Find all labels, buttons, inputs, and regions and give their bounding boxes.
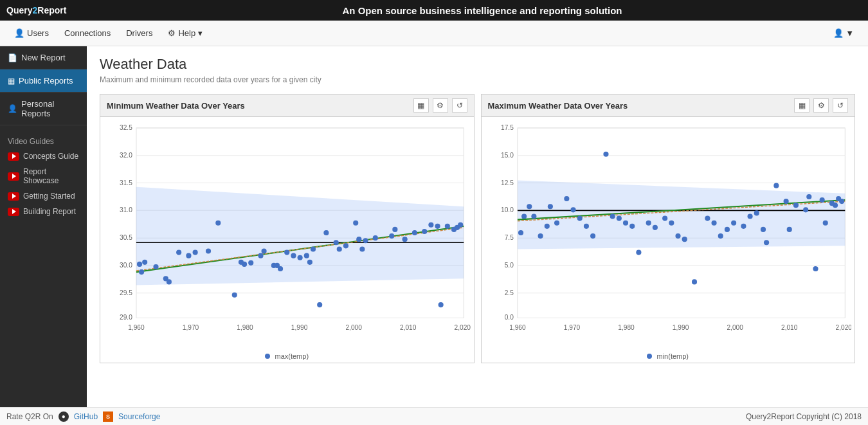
file-icon: 📄: [8, 53, 17, 62]
chart-bar-icon-right[interactable]: ▦: [794, 98, 809, 113]
svg-point-135: [741, 224, 746, 229]
top-header: Query2Report An Open source business int…: [0, 0, 868, 21]
chart-panel-left: Minimum Weather Data Over Years ▦ ⚙ ↺: [100, 94, 475, 363]
chart-controls-left: ▦ ⚙ ↺: [413, 98, 467, 113]
legend-dot-left: [265, 354, 270, 359]
svg-text:2,020: 2,020: [835, 324, 851, 331]
svg-point-44: [262, 248, 267, 253]
svg-text:5.0: 5.0: [504, 262, 513, 269]
svg-text:32.5: 32.5: [120, 124, 132, 131]
svg-text:10.0: 10.0: [501, 206, 514, 213]
svg-point-36: [193, 249, 198, 255]
nav-drivers[interactable]: Drivers: [118, 23, 160, 43]
svg-point-127: [675, 233, 680, 239]
svg-point-138: [760, 227, 765, 232]
logo-text: Query: [6, 5, 32, 15]
svg-point-118: [610, 213, 615, 219]
svg-point-128: [682, 237, 687, 242]
svg-point-55: [323, 230, 329, 235]
chart-title-right: Maximum Weather Data Over Years: [488, 101, 628, 111]
svg-point-62: [363, 238, 368, 243]
svg-point-150: [832, 203, 837, 208]
svg-point-61: [359, 246, 365, 251]
svg-point-30: [142, 260, 147, 265]
svg-text:1,960: 1,960: [509, 324, 526, 331]
sidebar-item-building-report[interactable]: Building Report: [0, 204, 87, 219]
app-tagline: An Open source business intelligence and…: [103, 5, 862, 16]
youtube-icon: [8, 208, 19, 216]
svg-point-31: [153, 264, 158, 269]
legend-dot-right: [647, 354, 652, 359]
chart-settings-icon-right[interactable]: ⚙: [813, 98, 829, 113]
nav-user-menu[interactable]: 👤 ▼: [826, 23, 862, 43]
svg-point-41: [242, 262, 247, 267]
svg-point-49: [291, 253, 296, 258]
sidebar-item-report-showcase[interactable]: Report Showcase: [0, 164, 87, 188]
chart-refresh-icon-right[interactable]: ↺: [833, 98, 848, 113]
svg-point-68: [422, 229, 427, 234]
logo[interactable]: Query2Report: [6, 5, 90, 15]
svg-point-120: [622, 221, 628, 226]
svg-point-136: [747, 213, 752, 219]
svg-point-124: [652, 225, 657, 230]
svg-text:7.5: 7.5: [504, 234, 513, 241]
svg-text:32.0: 32.0: [120, 152, 132, 159]
nav-bar: 👤 Users Connections Drivers ⚙ Help ▾ 👤 ▼: [0, 21, 868, 46]
github-link[interactable]: GitHub: [74, 412, 98, 421]
svg-text:31.0: 31.0: [120, 206, 132, 213]
chart-header-right: Maximum Weather Data Over Years ▦ ⚙ ↺: [482, 95, 855, 117]
sidebar-item-new-report[interactable]: 📄 New Report: [0, 46, 87, 69]
grid-icon: ▦: [8, 77, 15, 86]
svg-point-116: [590, 233, 595, 239]
footer-copyright: Query2Report Copyright (C) 2018: [746, 412, 862, 421]
svg-point-133: [724, 227, 729, 232]
svg-point-122: [636, 249, 641, 255]
page-title: Weather Data: [100, 56, 855, 73]
svg-point-69: [428, 222, 433, 228]
svg-point-59: [353, 221, 358, 226]
nav-users[interactable]: 👤 Users: [6, 23, 57, 43]
svg-point-58: [343, 243, 348, 248]
chart-settings-icon-left[interactable]: ⚙: [433, 98, 448, 113]
svg-text:1,990: 1,990: [672, 324, 689, 331]
svg-point-112: [564, 196, 569, 201]
svg-point-130: [705, 216, 710, 221]
chart-bar-icon-left[interactable]: ▦: [413, 98, 429, 113]
svg-text:2,010: 2,010: [781, 324, 797, 331]
chart-legend-right: min(temp): [482, 348, 855, 363]
sidebar-item-getting-started[interactable]: Getting Started: [0, 188, 87, 204]
sidebar-item-personal-reports[interactable]: 👤 Personal Reports: [0, 93, 87, 125]
sourceforge-link[interactable]: Sourceforge: [118, 412, 160, 421]
footer: Rate Q2R On ● GitHub S Sourceforge Query…: [0, 407, 868, 425]
sidebar-item-public-reports[interactable]: ▦ Public Reports: [0, 69, 87, 93]
svg-point-104: [518, 230, 523, 235]
svg-text:30.5: 30.5: [120, 234, 132, 241]
svg-point-123: [646, 221, 651, 226]
svg-point-144: [803, 207, 808, 212]
svg-text:0.0: 0.0: [504, 314, 513, 321]
svg-text:1,980: 1,980: [618, 324, 635, 331]
svg-point-148: [822, 221, 827, 226]
user-icon: 👤: [14, 28, 24, 38]
svg-text:1,980: 1,980: [237, 324, 253, 331]
sidebar: 📄 New Report ▦ Public Reports 👤 Personal…: [0, 46, 87, 407]
video-guides-header: Video Guides: [0, 131, 87, 149]
svg-point-140: [773, 183, 779, 188]
youtube-icon: [8, 152, 19, 161]
svg-point-105: [521, 213, 527, 219]
svg-text:12.5: 12.5: [501, 179, 514, 186]
nav-connections[interactable]: Connections: [57, 23, 118, 43]
svg-point-37: [206, 248, 211, 253]
svg-point-71: [439, 302, 444, 307]
nav-help[interactable]: ⚙ Help ▾: [160, 23, 210, 43]
svg-point-39: [232, 293, 237, 298]
chart-area-left: 32.5 32.0 31.5 31.0 30.5 30.0 29.5 29.0 …: [100, 117, 474, 348]
sidebar-item-concepts-guide[interactable]: Concepts Guide: [0, 149, 87, 164]
svg-point-113: [570, 207, 575, 212]
page-subtitle: Maximum and minimum recorded data over y…: [100, 75, 855, 84]
svg-point-34: [176, 249, 181, 255]
svg-text:1,990: 1,990: [291, 324, 308, 331]
help-icon: ⚙: [168, 28, 176, 38]
chart-refresh-icon-left[interactable]: ↺: [452, 98, 467, 113]
chart-area-right: 17.5 15.0 12.5 10.0 7.5 5.0 2.5 0.0 1,96…: [482, 117, 855, 348]
